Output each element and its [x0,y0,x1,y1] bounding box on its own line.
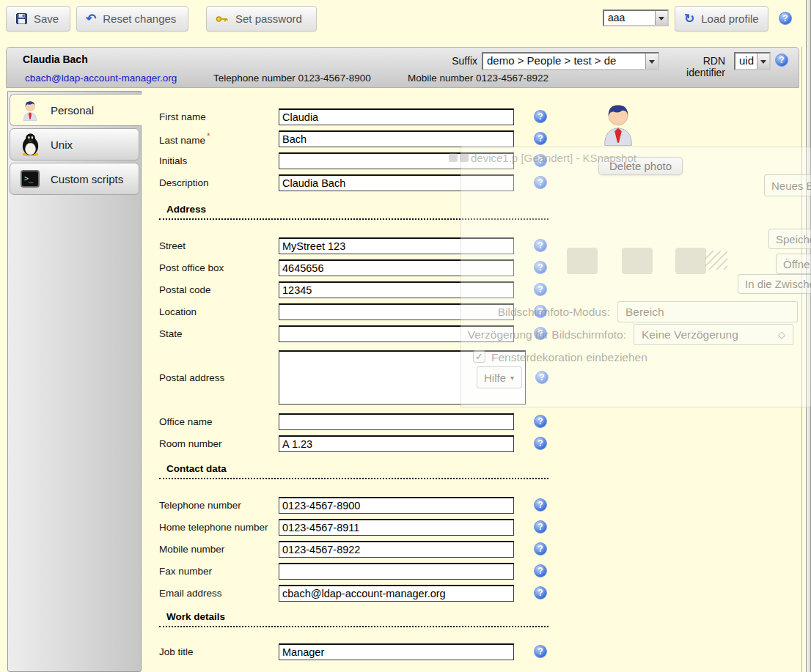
rdn-identifier-select[interactable]: uid [734,52,771,70]
svg-text:>_: >_ [24,174,34,183]
help-icon[interactable] [534,498,547,512]
telephone-number-input[interactable] [279,497,514,514]
postal-code-input[interactable] [279,281,514,298]
account-header-bar: Claudia Bach Suffix demo > People > test… [6,47,799,88]
tab-personal-label: Personal [51,104,94,117]
help-icon[interactable] [534,176,547,189]
field-label: Office name [159,416,279,427]
save-button[interactable]: Save [6,6,70,32]
tab-custom-scripts-label: Custom scripts [51,173,123,185]
help-icon[interactable] [534,261,547,274]
suffix-select[interactable]: demo > People > test > de [482,52,659,70]
rdn-select-value: uid [735,53,757,69]
fax-number-input[interactable] [279,563,514,580]
description-input[interactable] [279,174,514,191]
help-icon[interactable] [534,154,547,167]
ghost-copy-clipboard-button: In die Zwische [738,274,811,294]
help-icon[interactable] [779,12,792,25]
help-icon[interactable] [534,564,547,577]
post-office-box-input[interactable] [279,259,514,276]
tab-personal[interactable]: Personal [10,94,142,126]
form-row: Mobile number [159,538,555,560]
help-icon[interactable] [775,53,788,67]
profile-select[interactable]: aaa [603,10,669,26]
help-icon[interactable] [534,586,547,599]
email-address-input[interactable] [279,585,514,602]
last-name-input[interactable] [279,130,514,147]
help-icon[interactable] [535,371,548,384]
account-email-link[interactable]: cbach@ldap-account-manager.org [25,73,177,84]
help-icon[interactable] [534,132,547,145]
tab-unix[interactable]: Unix [10,128,139,160]
state-input[interactable] [279,325,514,342]
set-password-label: Set password [235,12,302,25]
personal-tab-form: First name Last name* Initials Descripti… [159,106,555,662]
location-input[interactable] [279,303,514,320]
form-row: Location [159,300,555,322]
field-label: Street [159,240,279,251]
job-title-input[interactable] [279,643,514,660]
tab-unix-label: Unix [51,139,73,151]
vertical-scrollbar[interactable] [806,0,811,672]
reset-changes-label: Reset changes [103,12,176,25]
postal-address-textarea[interactable] [279,350,526,405]
field-label: First name [159,111,279,122]
home-telephone-input[interactable] [279,519,514,536]
help-icon[interactable] [534,110,547,123]
tab-custom-scripts[interactable]: >_ Custom scripts [10,163,139,195]
help-icon[interactable] [534,645,547,658]
first-name-input[interactable] [279,108,514,125]
field-label: Description [159,177,279,188]
tux-penguin-icon [19,133,41,156]
field-label: Fax number [159,566,279,577]
set-password-button[interactable]: Set password [206,6,317,32]
field-label: Postal address [159,372,279,383]
field-label: Job title [159,646,279,657]
help-icon[interactable] [534,437,547,450]
help-icon[interactable] [534,415,547,428]
form-row: Description [159,171,555,193]
room-number-input[interactable] [279,435,514,452]
field-label: Post office box [159,262,279,273]
account-telephone-text: Telephone number 0123-4567-8900 [213,73,371,84]
suffix-select-value: demo > People > test > de [483,53,645,69]
ghost-delay-spinbox: Keine Verzögerung ◇ [634,324,793,345]
account-title: Claudia Bach [23,53,88,65]
delete-photo-button[interactable]: Delete photo [598,157,683,175]
office-name-input[interactable] [279,413,514,430]
initials-input[interactable] [279,152,514,169]
ghost-new-image-button: Neues Bil [764,174,811,196]
field-label: Room number [159,438,279,449]
form-row: State [159,322,555,344]
street-input[interactable] [279,237,514,254]
load-profile-label: Load profile [701,12,758,25]
form-row: Fax number [159,560,555,582]
help-icon[interactable] [534,520,547,533]
field-label: State [159,328,279,339]
section-heading-work-details: Work details [159,611,548,627]
help-icon[interactable] [534,239,547,252]
help-icon[interactable] [534,542,547,555]
field-label: Postal code [159,284,279,295]
section-heading-address: Address [159,204,548,220]
help-icon[interactable] [534,283,547,296]
user-photo [601,100,635,149]
suffix-label: Suffix [417,55,477,67]
account-mobile-text: Mobile number 0123-4567-8922 [408,73,548,84]
rdn-identifier-label: RDN identifier [662,55,725,78]
help-icon[interactable] [534,305,547,318]
ghost-thumbnail [622,248,653,274]
mobile-number-input[interactable] [279,541,514,558]
ghost-resize-grip [705,251,727,270]
form-row: Email address [159,582,555,604]
required-marker: * [207,131,210,141]
form-row: Street [159,235,555,256]
load-profile-button[interactable]: ↻ Load profile [675,6,768,32]
key-icon [216,14,229,24]
ghost-delay-value: Keine Verzögerung [642,328,738,341]
reload-circle-icon: ↻ [684,12,694,25]
reset-changes-button[interactable]: ↶ Reset changes [76,6,188,32]
help-icon[interactable] [534,327,547,340]
floppy-disk-icon [15,13,27,25]
form-row: Post office box [159,256,555,278]
